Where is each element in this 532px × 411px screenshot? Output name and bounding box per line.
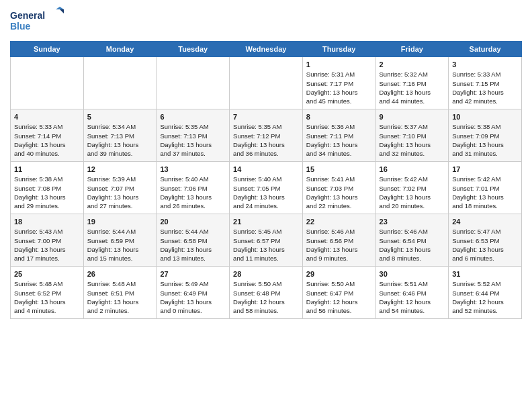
day-info-line: Sunrise: 5:35 AM (160, 123, 208, 130)
day-info-line: Sunrise: 5:37 AM (380, 123, 428, 130)
day-info-line: and 36 minutes. (233, 150, 279, 157)
header: General Blue (10, 7, 522, 37)
day-info-line: and 22 minutes. (306, 202, 352, 210)
day-cell-27: 27Sunrise: 5:49 AMSunset: 6:49 PMDayligh… (157, 267, 230, 319)
day-info-line: and 37 minutes. (160, 150, 206, 157)
day-info-line: Sunset: 7:05 PM (233, 185, 280, 192)
day-info-line: Sunset: 6:49 PM (160, 289, 207, 297)
svg-text:Blue: Blue (10, 21, 31, 32)
day-info-line: and 44 minutes. (380, 97, 425, 105)
day-cell-23: 23Sunrise: 5:46 AMSunset: 6:54 PMDayligh… (375, 214, 449, 267)
day-info-line: and 45 minutes. (306, 97, 352, 105)
day-info-line: and 4 minutes. (14, 307, 56, 314)
day-info-line: Daylight: 13 hours (452, 141, 504, 148)
day-info-line: Daylight: 13 hours (14, 193, 66, 201)
day-info-line: Daylight: 13 hours (87, 141, 139, 148)
day-info-line: Sunset: 7:03 PM (306, 185, 353, 192)
day-number: 30 (380, 270, 388, 278)
calendar-header: SundayMondayTuesdayWednesdayThursdayFrid… (11, 42, 522, 57)
day-info-line: Sunset: 6:46 PM (380, 289, 427, 297)
day-info-line: Daylight: 13 hours (233, 141, 285, 148)
day-info-line: and 54 minutes. (380, 307, 425, 314)
day-number: 16 (380, 165, 388, 173)
day-cell-28: 28Sunrise: 5:50 AMSunset: 6:48 PMDayligh… (230, 267, 303, 319)
day-number: 11 (14, 165, 22, 173)
day-info-line: Daylight: 13 hours (306, 141, 358, 148)
day-cell-8: 8Sunrise: 5:36 AMSunset: 7:11 PMDaylight… (302, 109, 375, 162)
day-info-line: Sunset: 7:13 PM (160, 132, 207, 140)
weekday-header-tuesday: Tuesday (157, 42, 230, 57)
empty-cell (83, 57, 157, 109)
day-number: 2 (380, 60, 384, 68)
day-info-line: Daylight: 13 hours (87, 298, 139, 306)
day-number: 28 (233, 270, 241, 278)
day-info-line: and 2 minutes. (87, 307, 129, 314)
day-number: 25 (14, 270, 22, 278)
day-number: 24 (452, 218, 460, 226)
day-info-line: Sunrise: 5:52 AM (452, 280, 500, 287)
day-info-line: Sunset: 7:01 PM (452, 185, 499, 192)
day-info-line: Daylight: 13 hours (380, 141, 431, 148)
day-info-line: Sunset: 6:56 PM (306, 237, 353, 244)
day-info-line: and 52 minutes. (452, 307, 498, 314)
empty-cell (11, 57, 84, 109)
day-cell-14: 14Sunrise: 5:40 AMSunset: 7:05 PMDayligh… (230, 162, 303, 214)
day-info-line: Sunrise: 5:48 AM (87, 280, 136, 287)
day-info-line: Daylight: 12 hours (233, 298, 285, 306)
day-info-line: Daylight: 13 hours (14, 298, 66, 306)
day-cell-24: 24Sunrise: 5:47 AMSunset: 6:53 PMDayligh… (449, 214, 522, 267)
day-info-line: Sunset: 7:09 PM (452, 132, 499, 140)
day-number: 19 (87, 218, 95, 226)
day-info-line: Sunrise: 5:43 AM (14, 228, 62, 235)
day-info-line: Daylight: 12 hours (380, 298, 431, 306)
day-number: 3 (452, 60, 456, 68)
day-info-line: Sunrise: 5:44 AM (160, 228, 208, 235)
day-cell-29: 29Sunrise: 5:50 AMSunset: 6:47 PMDayligh… (302, 267, 375, 319)
day-info-line: Sunrise: 5:40 AM (160, 175, 208, 183)
day-info-line: and 11 minutes. (233, 255, 279, 262)
week-row-2: 4Sunrise: 5:33 AMSunset: 7:14 PMDaylight… (11, 109, 522, 162)
day-cell-31: 31Sunrise: 5:52 AMSunset: 6:44 PMDayligh… (449, 267, 522, 319)
day-info-line: Sunrise: 5:41 AM (306, 175, 355, 183)
day-number: 17 (452, 165, 460, 173)
svg-marker-3 (60, 9, 64, 13)
day-cell-3: 3Sunrise: 5:33 AMSunset: 7:15 PMDaylight… (449, 57, 522, 109)
day-info-line: Daylight: 13 hours (306, 89, 358, 96)
day-info-line: Sunrise: 5:38 AM (14, 175, 62, 183)
day-number: 27 (160, 270, 168, 278)
logo-svg: General Blue (10, 7, 71, 37)
day-info-line: and 32 minutes. (380, 150, 425, 157)
day-info-line: Sunrise: 5:35 AM (233, 123, 281, 130)
day-info-line: Sunset: 7:13 PM (87, 132, 134, 140)
day-info-line: and 20 minutes. (380, 202, 425, 210)
week-row-5: 25Sunrise: 5:48 AMSunset: 6:52 PMDayligh… (11, 267, 522, 319)
logo: General Blue (10, 7, 71, 37)
day-cell-17: 17Sunrise: 5:42 AMSunset: 7:01 PMDayligh… (449, 162, 522, 214)
calendar-body: 1Sunrise: 5:31 AMSunset: 7:17 PMDaylight… (11, 57, 522, 319)
day-info-line: Sunset: 7:12 PM (233, 132, 280, 140)
day-info-line: Sunset: 6:51 PM (87, 289, 134, 297)
day-number: 22 (306, 218, 314, 226)
day-info-line: Sunrise: 5:45 AM (233, 228, 281, 235)
day-info-line: Sunrise: 5:46 AM (306, 228, 355, 235)
day-info-line: and 8 minutes. (380, 255, 421, 262)
day-number: 10 (452, 113, 460, 121)
calendar-table: SundayMondayTuesdayWednesdayThursdayFrid… (10, 41, 522, 319)
day-cell-16: 16Sunrise: 5:42 AMSunset: 7:02 PMDayligh… (375, 162, 449, 214)
day-info-line: Sunset: 6:47 PM (306, 289, 353, 297)
day-info-line: Sunset: 7:06 PM (160, 185, 207, 192)
day-info-line: Sunset: 6:53 PM (452, 237, 499, 244)
day-info-line: Daylight: 13 hours (452, 89, 504, 96)
day-info-line: Daylight: 13 hours (160, 141, 212, 148)
day-number: 15 (306, 165, 314, 173)
empty-cell (157, 57, 230, 109)
day-number: 18 (14, 218, 22, 226)
day-info-line: Sunset: 7:02 PM (380, 185, 427, 192)
day-number: 8 (306, 113, 310, 121)
day-info-line: Sunrise: 5:42 AM (452, 175, 500, 183)
day-info-line: Sunset: 6:58 PM (160, 237, 207, 244)
day-info-line: and 6 minutes. (452, 255, 494, 262)
weekday-header-monday: Monday (83, 42, 157, 57)
day-info-line: Sunrise: 5:44 AM (87, 228, 136, 235)
day-info-line: Sunrise: 5:38 AM (452, 123, 500, 130)
